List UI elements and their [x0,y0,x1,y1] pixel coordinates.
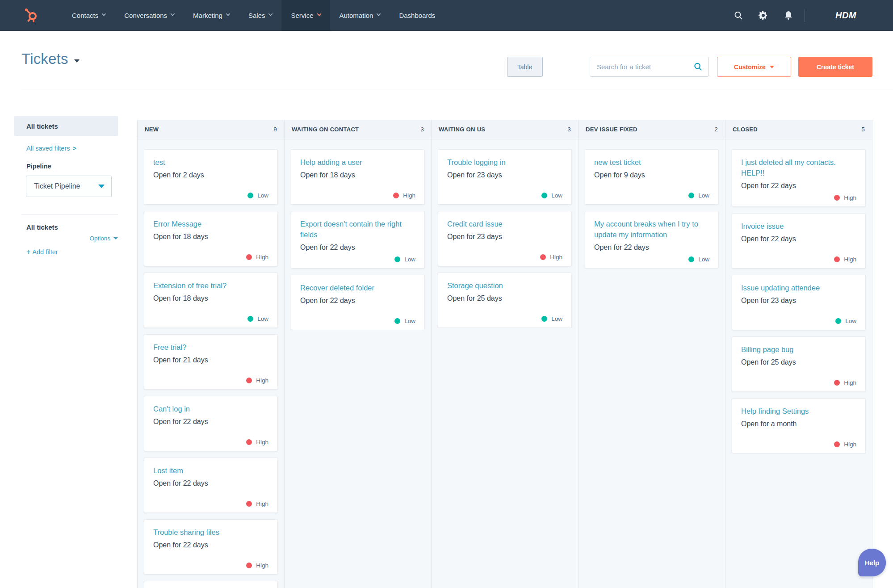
priority-label: Low [257,315,268,322]
column-header: WAITING ON CONTACT3 [285,120,431,139]
priority-badge: Low [447,312,562,322]
nav-item-contacts[interactable]: Contacts [63,0,115,31]
ticket-card[interactable]: Issue updating attendeeOpen for 23 daysL… [732,275,866,330]
ticket-title-link[interactable]: Extension of free trial? [153,281,268,291]
priority-dot-icon [688,193,694,198]
column-title: WAITING ON US [439,126,485,133]
search-icon[interactable] [693,62,703,73]
priority-label: High [256,254,268,260]
ticket-card[interactable]: Invoice issueOpen for 22 daysHigh [732,213,866,269]
ticket-card[interactable]: Storage questionOpen for 25 daysLow [438,273,572,328]
ticket-title-link[interactable]: new test ticket [594,157,709,168]
ticket-title-link[interactable]: Can't log in [153,404,268,415]
column-cards: testOpen for 2 daysLowError MessageOpen … [138,139,284,588]
priority-dot-icon [541,316,547,322]
priority-label: Low [551,192,562,199]
priority-label: Low [404,256,415,263]
column-header: NEW9 [138,120,284,139]
gear-icon[interactable] [751,0,776,31]
ticket-title-link[interactable]: Credit card issue [447,219,562,230]
ticket-card[interactable]: Recover deleted folderOpen for 22 daysLo… [291,275,425,330]
ticket-age: Open for 22 days [153,417,268,427]
ticket-card[interactable]: Trouble logging inOpen for 23 daysLow [438,149,572,205]
pipeline-dropdown[interactable]: Ticket Pipeline [26,176,112,197]
nav-item-marketing[interactable]: Marketing [184,0,239,31]
ticket-title-link[interactable]: Error Message [153,219,268,230]
ticket-title-link[interactable]: Export doesn't contain the right fields [300,219,415,240]
ticket-card[interactable]: My account breaks when I try to update m… [585,211,719,269]
ticket-title-link[interactable]: Help adding a user [300,157,415,168]
ticket-card[interactable]: Error MessageOpen for 18 daysHigh [144,211,278,266]
create-ticket-button[interactable]: Create ticket [798,57,872,77]
ticket-title-link[interactable]: I just deleted all my contacts. HELP!! [741,157,856,179]
filters-sidebar: All tickets All saved filters > Pipeline… [0,89,137,588]
ticket-card[interactable]: Free trial?Open for 21 daysHigh [144,334,278,390]
ticket-title-link[interactable]: Recover deleted folder [300,283,415,294]
nav-item-automation[interactable]: Automation [330,0,390,31]
customize-button[interactable]: Customize [717,57,791,77]
options-button[interactable]: Options [67,235,118,242]
priority-dot-icon [246,254,252,260]
create-ticket-label: Create ticket [817,63,854,71]
ticket-card[interactable]: new test ticketOpen for 9 daysLow [585,149,719,205]
sidebar-item-all-tickets[interactable]: All tickets [14,116,118,136]
hubspot-logo[interactable] [0,0,63,31]
ticket-card[interactable]: Trouble sharing filesOpen for 22 daysHig… [144,519,278,575]
priority-badge: Low [300,252,415,263]
column-title: WAITING ON CONTACT [292,126,359,133]
ticket-card[interactable]: Credit card issueOpen for 23 daysHigh [438,211,572,266]
ticket-title-link[interactable]: Invoice issue [741,221,856,232]
column-count: 3 [567,126,571,133]
nav-item-sales[interactable]: Sales [239,0,282,31]
nav-item-dashboards[interactable]: Dashboards [390,0,444,31]
nav-right: HDM [726,0,893,31]
nav-item-label: Conversations [124,12,167,19]
bell-icon[interactable] [776,0,801,31]
nav-item-service[interactable]: Service [281,0,330,31]
chevron-down-icon [98,185,105,188]
ticket-title-link[interactable]: Billing page bug [741,344,856,355]
content-area: All tickets All saved filters > Pipeline… [0,89,893,588]
ticket-title-link[interactable]: test [153,157,268,168]
ticket-card[interactable]: Extension of free trial?Open for 18 days… [144,273,278,328]
ticket-title-link[interactable]: My account breaks when I try to update m… [594,219,709,240]
ticket-search-input[interactable] [590,57,709,77]
add-filter-button[interactable]: + Add filter [26,248,58,256]
column-cards: Trouble logging inOpen for 23 daysLowCre… [432,139,578,328]
ticket-title-link[interactable]: Free trial? [153,342,268,353]
filters-section-title: All tickets [26,223,58,231]
ticket-card[interactable]: I just deleted all my contacts. HELP!!Op… [732,149,866,207]
priority-label: High [844,194,856,201]
ticket-card-partial[interactable] [144,581,278,588]
priority-badge: High [300,189,415,199]
ticket-title-link[interactable]: Storage question [447,281,562,291]
ticket-card[interactable]: Can't log inOpen for 22 daysHigh [144,396,278,451]
ticket-title-link[interactable]: Help finding Settings [741,406,856,417]
ticket-title-link[interactable]: Trouble logging in [447,157,562,168]
all-saved-filters-link[interactable]: All saved filters > [26,145,76,152]
ticket-card[interactable]: Billing page bugOpen for 25 daysHigh [732,336,866,392]
help-button[interactable]: Help [858,549,886,576]
priority-dot-icon [394,256,400,262]
priority-dot-icon [688,256,694,262]
ticket-age: Open for 25 days [447,294,562,303]
priority-dot-icon [247,316,253,322]
ticket-card[interactable]: Export doesn't contain the right fieldsO… [291,211,425,269]
ticket-card[interactable]: Lost itemOpen for 22 daysHigh [144,458,278,513]
ticket-title-link[interactable]: Lost item [153,466,268,476]
ticket-card[interactable]: Help finding SettingsOpen for a monthHig… [732,398,866,454]
ticket-card[interactable]: testOpen for 2 daysLow [144,149,278,205]
ticket-card[interactable]: Help adding a userOpen for 18 daysHigh [291,149,425,205]
search-icon[interactable] [726,0,751,31]
ticket-title-link[interactable]: Trouble sharing files [153,527,268,538]
account-menu[interactable]: HDM [809,10,893,21]
title-dropdown-caret-icon[interactable] [74,59,80,63]
ticket-title-link[interactable]: Issue updating attendee [741,283,856,294]
nav-item-conversations[interactable]: Conversations [115,0,184,31]
table-view-button[interactable]: Table [507,57,542,76]
nav-item-label: Service [291,12,313,19]
nav-items: ContactsConversationsMarketingSalesServi… [63,0,444,31]
chevron-right-icon: > [73,145,76,152]
view-toggle: Table Board [507,57,543,77]
priority-badge: Low [153,189,268,199]
